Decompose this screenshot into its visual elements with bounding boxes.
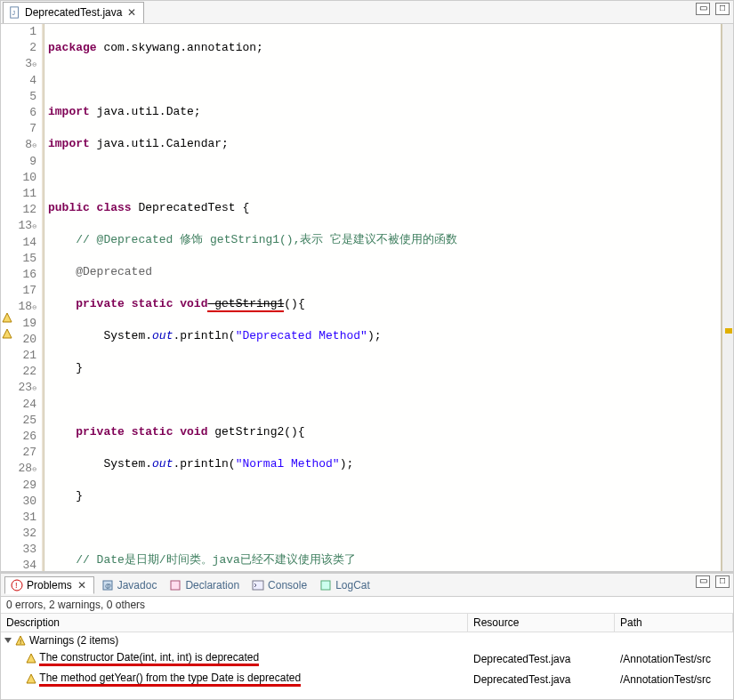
code-text[interactable]: package com.skywang.annotation; import j… [44,24,722,571]
tab-label: Problems [27,579,72,591]
editor-tab[interactable]: J DeprecatedTest.java ✕ [3,2,144,23]
minimize-button[interactable]: ▭ [696,575,710,588]
field: out [152,457,173,471]
keyword: public [48,201,90,214]
svg-text:@: @ [105,583,111,589]
comment: // Date是日期/时间类。java已经不建议使用该类了 [48,553,356,567]
javadoc-icon: @ [101,579,114,591]
tab-problems[interactable]: ! Problems ✕ [4,576,94,594]
declaration-icon [169,579,181,591]
problems-table: Description Resource Path ! Warnings (2 … [1,613,733,699]
problem-description: The constructor Date(int, int, int) is d… [39,651,259,666]
problems-pane: ! Problems ✕ @ Javadoc Declaration Conso… [0,572,734,700]
problem-path: /AnnotationTest/src [615,672,733,688]
close-icon[interactable]: ✕ [76,579,88,591]
svg-rect-9 [253,581,263,590]
svg-marker-14 [27,674,36,683]
tab-label: Declaration [185,579,239,591]
problems-table-header: Description Resource Path [1,613,733,632]
warning-icon [2,328,12,339]
category-label: Warnings (2 items) [29,634,118,647]
svg-text:!: ! [20,638,21,646]
keyword: static [125,425,173,439]
warning-icon [26,673,36,684]
problem-path: /AnnotationTest/src [615,651,733,667]
keyword: void [173,297,207,310]
col-resource[interactable]: Resource [468,614,615,632]
editor-tab-label: DeprecatedTest.java [25,6,122,19]
keyword: void [173,425,207,439]
deprecated-method: getString1 [207,297,284,312]
problems-window-controls: ▭ □ [696,575,730,588]
code-text-span: } [48,361,83,374]
svg-text:!: ! [15,581,18,590]
problem-row[interactable]: The method getYear() from the type Date … [1,669,733,689]
string: "Deprecated Method" [236,329,367,342]
svg-marker-13 [27,654,36,663]
warning-icon [2,312,12,323]
code-text-span: ); [340,457,354,471]
editor-tab-bar: J DeprecatedTest.java ✕ ▭ □ [1,1,733,24]
problems-summary: 0 errors, 2 warnings, 0 others [1,597,733,613]
tab-logcat[interactable]: LogCat [314,577,375,593]
code-text-span: System. [48,329,152,342]
problem-resource: DeprecatedTest.java [468,672,615,688]
code-text-span: java.util.Date; [90,105,201,118]
svg-marker-2 [3,313,12,322]
string: "Normal Method" [236,457,340,471]
code-text-span: DeprecatedTest { [132,201,250,214]
warning-icon [26,653,36,664]
comment: // @Deprecated 修饰 getString1(),表示 它是建议不被… [48,233,457,246]
maximize-button[interactable]: □ [715,575,730,588]
tab-label: Javadoc [117,579,157,591]
code-text-span: .println( [173,329,235,342]
code-text-span: .println( [173,457,235,471]
editor-pane: J DeprecatedTest.java ✕ ▭ □ 123⊖45678⊖91… [0,0,734,572]
code-text-span: (){ [284,297,304,310]
problems-icon: ! [11,579,23,591]
col-path[interactable]: Path [615,614,733,632]
minimize-button[interactable]: ▭ [696,3,710,15]
problem-description: The method getYear() from the type Date … [39,672,301,687]
tab-label: Console [268,579,307,591]
view-tabs: ! Problems ✕ @ Javadoc Declaration Conso… [1,574,733,597]
code-area[interactable]: 123⊖45678⊖910111213⊖1415161718⊖192021222… [1,24,733,571]
warnings-category[interactable]: ! Warnings (2 items) [1,632,733,648]
svg-text:J: J [12,10,16,16]
keyword: static [125,297,173,310]
keyword: class [90,201,132,214]
warning-marker[interactable] [725,328,732,334]
line-number-gutter: 123⊖45678⊖910111213⊖1415161718⊖192021222… [15,24,42,571]
warning-icon: ! [15,635,26,646]
code-text-span: getString2(){ [207,425,304,439]
svg-marker-3 [3,329,12,338]
expand-icon[interactable] [4,638,12,643]
keyword: private [48,297,125,310]
tab-label: LogCat [335,579,370,591]
keyword: import [48,105,90,118]
code-text-span: com.skywang.annotation; [97,41,263,54]
svg-rect-8 [171,581,180,590]
tab-declaration[interactable]: Declaration [164,577,245,593]
overview-ruler[interactable] [722,24,733,571]
field: out [152,329,173,342]
keyword: package [48,41,97,54]
keyword: import [48,137,90,150]
keyword: private [48,425,125,439]
tab-javadoc[interactable]: @ Javadoc [96,577,163,593]
problem-row[interactable]: The constructor Date(int, int, int) is d… [1,648,733,669]
code-text-span: } [48,489,83,503]
java-file-icon: J [9,6,21,19]
col-description[interactable]: Description [1,614,468,632]
problem-resource: DeprecatedTest.java [468,651,615,667]
gutter-markers [1,24,15,571]
editor-window-controls: ▭ □ [696,3,730,15]
code-text-span: ); [367,329,382,342]
console-icon [252,579,264,591]
maximize-button[interactable]: □ [715,3,730,15]
tab-console[interactable]: Console [246,577,312,593]
logcat-icon [319,579,332,591]
code-text-span: java.util.Calendar; [90,137,229,150]
close-icon[interactable]: ✕ [125,6,138,19]
code-text-span: System. [48,457,152,471]
